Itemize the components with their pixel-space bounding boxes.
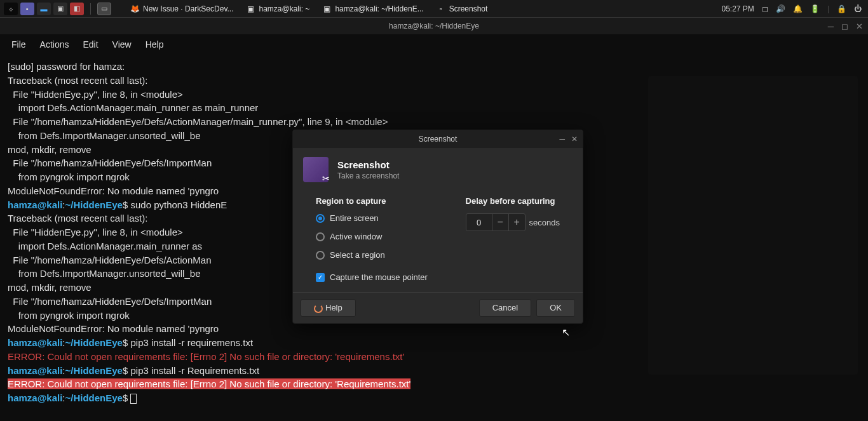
radio-select-region[interactable]: Select a region xyxy=(316,250,440,260)
window-title-text: hamza@kali: ~/HiddenEye xyxy=(389,22,479,30)
delay-spinner[interactable]: 0 − + xyxy=(466,213,526,231)
minimize-button[interactable]: ─ xyxy=(828,22,834,31)
taskbar-item[interactable]: ▣hamza@kali: ~/HiddenE... xyxy=(316,2,430,16)
radio-entire-screen[interactable]: Entire screen xyxy=(316,213,440,223)
task-label: hamza@kali: ~ xyxy=(259,4,310,13)
notification-icon[interactable]: 🔔 xyxy=(793,4,803,13)
kali-menu-icon[interactable]: ⟐ xyxy=(4,3,18,15)
delay-decrease-button[interactable]: − xyxy=(492,214,508,231)
files-icon[interactable]: ▬ xyxy=(37,3,51,15)
close-button[interactable]: ✕ xyxy=(856,22,863,31)
delay-increase-button[interactable]: + xyxy=(508,214,525,231)
app-icon-2[interactable]: ◧ xyxy=(70,3,84,15)
terminal-menubar: FileActionsEditViewHelp xyxy=(0,34,868,55)
system-tray: 05:27 PM ◻ 🔊 🔔 🔋 | 🔒 ⏻ xyxy=(722,4,869,13)
system-topbar: ⟐ ▪ ▬ ▣ ◧ ▭ 🦊New Issue · DarkSecDev...▣h… xyxy=(0,0,868,18)
background-browser-panel xyxy=(648,76,858,375)
task-label: Screenshot xyxy=(449,4,488,13)
screenshot-dialog: Screenshot ─ ✕ Screenshot Take a screens… xyxy=(292,130,583,324)
task-label: hamza@kali: ~/HiddenE... xyxy=(335,4,423,13)
taskbar-item[interactable]: ▫Screenshot xyxy=(430,2,494,16)
checkbox-icon: ✓ xyxy=(316,273,325,282)
lock-icon[interactable]: 🔒 xyxy=(837,4,846,13)
task-app-icon: ▣ xyxy=(322,4,331,13)
dialog-subtitle: Take a screenshot xyxy=(337,171,399,180)
seconds-label: seconds xyxy=(529,218,560,227)
taskbar-item[interactable]: ▣hamza@kali: ~ xyxy=(240,2,316,16)
menu-edit[interactable]: Edit xyxy=(83,39,98,50)
dialog-minimize-button[interactable]: ─ xyxy=(559,135,565,144)
workspace-icon[interactable]: ◻ xyxy=(762,4,768,13)
dialog-titlebar[interactable]: Screenshot ─ ✕ xyxy=(293,130,583,148)
screenshot-app-icon xyxy=(303,157,329,182)
clock[interactable]: 05:27 PM xyxy=(722,4,754,13)
battery-icon[interactable]: 🔋 xyxy=(810,4,820,13)
menu-actions[interactable]: Actions xyxy=(40,39,69,50)
dialog-window-title: Screenshot xyxy=(419,135,458,144)
checkbox-mouse-pointer[interactable]: ✓Capture the mouse pointer xyxy=(316,272,440,282)
delay-section-label: Delay before capturing xyxy=(466,196,560,206)
task-label: New Issue · DarkSecDev... xyxy=(143,4,234,13)
maximize-button[interactable]: ◻ xyxy=(841,22,848,31)
help-button[interactable]: Help xyxy=(301,299,356,317)
terminal-icon[interactable]: ▣ xyxy=(53,3,67,15)
help-icon xyxy=(314,304,323,313)
region-section-label: Region to capture xyxy=(316,196,440,206)
dialog-title: Screenshot xyxy=(337,159,399,170)
menu-file[interactable]: File xyxy=(11,39,26,50)
taskbar-item[interactable]: 🦊New Issue · DarkSecDev... xyxy=(124,2,240,16)
radio-icon xyxy=(316,251,325,260)
menu-help[interactable]: Help xyxy=(146,39,164,50)
volume-icon[interactable]: 🔊 xyxy=(776,4,785,13)
launcher-icons: ⟐ ▪ ▬ ▣ ◧ ▭ xyxy=(0,3,111,15)
ok-button[interactable]: OK xyxy=(536,299,575,317)
power-icon[interactable]: ⏻ xyxy=(854,4,862,13)
delay-value[interactable]: 0 xyxy=(466,218,492,227)
radio-icon xyxy=(316,232,325,241)
task-app-icon: ▣ xyxy=(247,4,255,13)
dialog-header: Screenshot Take a screenshot xyxy=(293,148,583,191)
taskbar: 🦊New Issue · DarkSecDev...▣hamza@kali: ~… xyxy=(124,2,722,16)
active-window-icon[interactable]: ▭ xyxy=(97,3,111,15)
radio-icon xyxy=(316,214,325,223)
task-app-icon: ▫ xyxy=(437,4,445,13)
cancel-button[interactable]: Cancel xyxy=(479,299,531,317)
dialog-close-button[interactable]: ✕ xyxy=(571,135,578,144)
menu-view[interactable]: View xyxy=(112,39,132,50)
task-app-icon: 🦊 xyxy=(130,4,139,13)
radio-active-window[interactable]: Active window xyxy=(316,232,440,241)
window-titlebar: hamza@kali: ~/HiddenEye ─ ◻ ✕ xyxy=(0,18,868,34)
app-icon-1[interactable]: ▪ xyxy=(20,3,34,15)
